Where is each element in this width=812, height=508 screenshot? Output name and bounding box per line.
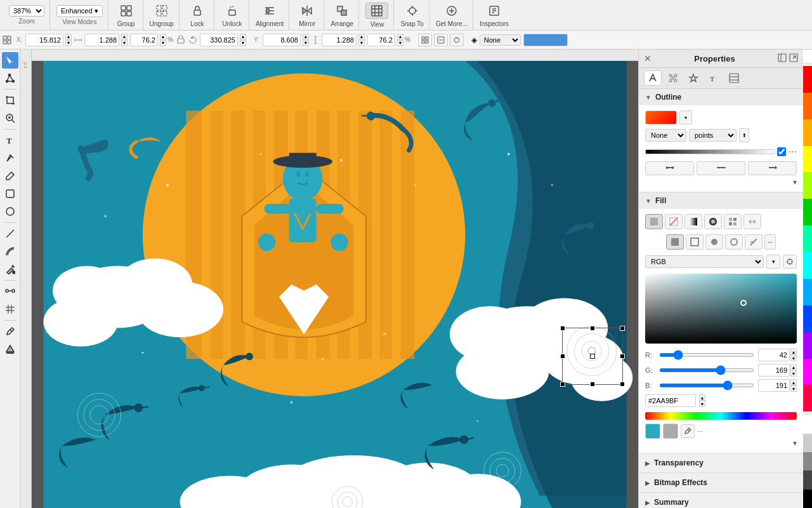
fill-more-options-btn[interactable]: ··· (697, 427, 703, 435)
strip-amber[interactable] (803, 119, 812, 146)
tool-pen[interactable] (2, 150, 18, 166)
outline-style-select[interactable]: None (645, 129, 686, 142)
w-down[interactable]: ▼ (121, 40, 128, 46)
outline-style-btn-1[interactable] (645, 161, 694, 175)
view-mode-button[interactable]: Enhanced ▾ (56, 5, 103, 17)
tab-pattern[interactable] (664, 70, 682, 86)
outline-style-btn-2[interactable] (697, 161, 745, 175)
color-settings-btn[interactable] (783, 255, 797, 269)
g-slider[interactable] (659, 368, 754, 372)
tool-node[interactable] (2, 70, 18, 86)
current-color-swatch[interactable] (645, 424, 660, 439)
strip-lgray[interactable] (803, 434, 812, 452)
coord-extra-btn2[interactable] (434, 34, 448, 46)
rotate-input[interactable] (200, 34, 238, 46)
strip-crimson[interactable] (803, 385, 812, 411)
fill-type-none[interactable] (665, 214, 683, 229)
y-up[interactable]: ▲ (303, 34, 309, 40)
color-model-select[interactable]: RGB (645, 255, 764, 268)
strip-lime[interactable] (803, 172, 812, 199)
zoom-select[interactable]: 387% (9, 5, 44, 17)
r-slider[interactable] (659, 353, 754, 357)
hex-down[interactable]: ▼ (699, 401, 705, 407)
tool-select[interactable] (2, 52, 18, 69)
outline-color-dropdown[interactable]: ▾ (679, 110, 692, 124)
y-down[interactable]: ▼ (303, 40, 309, 46)
hex-up[interactable]: ▲ (699, 394, 705, 401)
pct2-down[interactable]: ▼ (397, 40, 403, 46)
unlock-button[interactable] (221, 3, 244, 18)
height-input[interactable] (322, 34, 357, 46)
pct2-up[interactable]: ▲ (397, 34, 403, 40)
r-stepper[interactable]: ▲▼ (790, 349, 797, 361)
h-up[interactable]: ▲ (358, 34, 365, 40)
x-input[interactable] (25, 34, 63, 46)
w-up[interactable]: ▲ (121, 34, 128, 40)
transparency-header[interactable]: ▶ Transparency (639, 453, 803, 472)
width-input[interactable] (84, 34, 119, 46)
fill-header[interactable]: ▼ Fill (639, 192, 803, 209)
outline-slider[interactable] (645, 149, 775, 154)
g-input[interactable] (758, 364, 790, 377)
fill-expand-btn[interactable]: ▾ (793, 439, 797, 448)
tab-layout[interactable] (725, 70, 743, 86)
fill-mode-more[interactable]: ··· (764, 234, 776, 250)
pct2-stepper[interactable]: ▲▼ (397, 34, 403, 46)
fill-type-more[interactable] (743, 214, 761, 229)
color-picker-handle[interactable] (740, 300, 747, 306)
alignment-button[interactable] (258, 3, 281, 18)
tool-pencil[interactable] (2, 168, 18, 184)
tool-text[interactable]: T (2, 132, 18, 149)
strip-white[interactable] (803, 50, 812, 64)
mirror-button[interactable] (296, 3, 318, 18)
b-input[interactable] (758, 379, 790, 392)
pct2-input[interactable] (367, 34, 395, 46)
pct1-input[interactable] (130, 34, 158, 46)
ungroup-button[interactable] (150, 3, 173, 18)
rot-stepper[interactable]: ▲▼ (240, 34, 246, 46)
fill-bar-select[interactable]: None Flat Color (480, 34, 521, 46)
y-stepper[interactable]: ▲▼ (303, 34, 309, 46)
y-input[interactable] (263, 34, 301, 46)
b-stepper[interactable]: ▲▼ (790, 379, 797, 392)
lock-aspect-icon[interactable] (177, 35, 185, 45)
strip-blue[interactable] (803, 305, 812, 332)
strip-orange[interactable] (803, 93, 812, 119)
x-stepper[interactable]: ▲▼ (65, 34, 72, 46)
fill-type-pattern[interactable] (724, 214, 742, 229)
rot-up[interactable]: ▲ (240, 34, 246, 40)
view-button[interactable] (365, 3, 388, 19)
strip-black[interactable] (803, 490, 812, 508)
tab-text[interactable]: T (705, 70, 723, 86)
outline-color-swatch[interactable] (645, 110, 677, 124)
fill-bar-swatch[interactable] (523, 34, 568, 46)
w-stepper[interactable]: ▲▼ (121, 34, 128, 46)
x-up[interactable]: ▲ (65, 34, 72, 40)
rot-down[interactable]: ▼ (240, 40, 246, 46)
panel-resize-icon[interactable] (778, 53, 787, 64)
b-up[interactable]: ▲ (790, 379, 797, 385)
hex-input[interactable] (645, 394, 696, 407)
g-stepper[interactable]: ▲▼ (790, 364, 797, 377)
tool-shape[interactable] (2, 185, 18, 202)
strip-white2[interactable] (803, 414, 812, 433)
pct1-up[interactable]: ▲ (160, 34, 166, 40)
lock-button[interactable] (186, 3, 209, 18)
outline-style-btn-3[interactable] (748, 161, 797, 175)
outline-expand-btn[interactable]: ▾ (793, 178, 797, 187)
r-input[interactable] (758, 349, 790, 361)
summary-header[interactable]: ▶ Summary (639, 493, 803, 508)
zoom-control[interactable]: 387% (9, 5, 44, 17)
get-more-button[interactable] (440, 3, 463, 18)
tool-crop[interactable] (2, 92, 18, 109)
h-stepper[interactable]: ▲▼ (358, 34, 365, 46)
inspectors-button[interactable] (483, 3, 506, 18)
outline-unit-select[interactable]: points (689, 129, 737, 142)
tool-ellipse[interactable] (2, 203, 18, 220)
arrange-button[interactable] (331, 3, 353, 18)
snap-to-button[interactable] (401, 3, 424, 18)
bitmap-effects-header[interactable]: ▶ Bitmap Effects (639, 473, 803, 492)
tool-grid[interactable] (2, 301, 18, 318)
r-up[interactable]: ▲ (790, 349, 797, 355)
fill-mode-4[interactable] (725, 234, 743, 250)
